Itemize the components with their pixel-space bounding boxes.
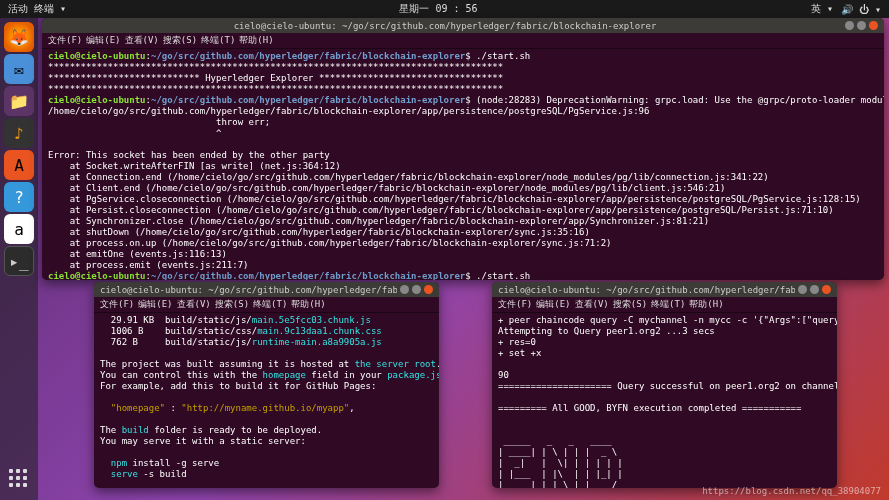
system-top-bar: 活动 终端 ▾ 星期一 09 : 56 英 ▾ 🔊 ⏻ ▾	[0, 0, 889, 18]
terminal-output[interactable]: cielo@cielo-ubuntu:~/go/src/github.com/h…	[42, 49, 884, 280]
minimize-button[interactable]	[845, 21, 854, 30]
menu-file[interactable]: 文件(F)	[100, 298, 134, 311]
app-menu-terminal[interactable]: 终端 ▾	[34, 2, 66, 16]
input-lang[interactable]: 英 ▾	[811, 2, 833, 16]
show-applications-button[interactable]	[4, 464, 34, 494]
menu-file[interactable]: 文件(F)	[498, 298, 532, 311]
menu-view[interactable]: 查看(V)	[575, 298, 609, 311]
maximize-button[interactable]	[412, 285, 421, 294]
menu-search[interactable]: 搜索(S)	[613, 298, 647, 311]
titlebar[interactable]: cielo@cielo-ubuntu: ~/go/src/github.com/…	[492, 282, 837, 297]
terminal-icon[interactable]: ▸_	[4, 246, 34, 276]
system-status-icons[interactable]: 🔊 ⏻ ▾	[841, 4, 881, 15]
terminal-window-client: cielo@cielo-ubuntu: ~/go/src/github.com/…	[94, 282, 439, 488]
minimize-button[interactable]	[400, 285, 409, 294]
files-icon[interactable]: 📁	[4, 86, 34, 116]
watermark: https://blog.csdn.net/qq_38904077	[702, 486, 881, 496]
menu-terminal[interactable]: 终端(T)	[253, 298, 287, 311]
maximize-button[interactable]	[810, 285, 819, 294]
window-title: cielo@cielo-ubuntu: ~/go/src/github.com/…	[48, 21, 842, 31]
close-button[interactable]	[424, 285, 433, 294]
menu-view[interactable]: 查看(V)	[177, 298, 211, 311]
titlebar[interactable]: cielo@cielo-ubuntu: ~/go/src/github.com/…	[94, 282, 439, 297]
terminal-output[interactable]: 29.91 KB build/static/js/main.5e5fcc03.c…	[94, 313, 439, 488]
ubuntu-software-icon[interactable]: A	[4, 150, 34, 180]
terminal-output[interactable]: + peer chaincode query -C mychannel -n m…	[492, 313, 837, 488]
menu-edit[interactable]: 编辑(E)	[86, 34, 120, 47]
menu-edit[interactable]: 编辑(E)	[138, 298, 172, 311]
menu-help[interactable]: 帮助(H)	[689, 298, 723, 311]
minimize-button[interactable]	[798, 285, 807, 294]
menu-edit[interactable]: 编辑(E)	[536, 298, 570, 311]
maximize-button[interactable]	[857, 21, 866, 30]
menu-help[interactable]: 帮助(H)	[291, 298, 325, 311]
dock: 🦊 ✉ 📁 ♪ A ? a ▸_	[0, 18, 38, 500]
menu-file[interactable]: 文件(F)	[48, 34, 82, 47]
clock[interactable]: 星期一 09 : 56	[66, 2, 811, 16]
window-title: cielo@cielo-ubuntu: ~/go/src/github.com/…	[100, 285, 397, 295]
thunderbird-icon[interactable]: ✉	[4, 54, 34, 84]
menu-terminal[interactable]: 终端(T)	[651, 298, 685, 311]
menubar: 文件(F) 编辑(E) 查看(V) 搜索(S) 终端(T) 帮助(H)	[492, 297, 837, 313]
firefox-icon[interactable]: 🦊	[4, 22, 34, 52]
terminal-window-network: cielo@cielo-ubuntu: ~/go/src/github.com/…	[492, 282, 837, 488]
menu-help[interactable]: 帮助(H)	[239, 34, 273, 47]
titlebar[interactable]: cielo@cielo-ubuntu: ~/go/src/github.com/…	[42, 18, 884, 33]
menu-search[interactable]: 搜索(S)	[215, 298, 249, 311]
activities-button[interactable]: 活动	[8, 2, 28, 16]
menu-view[interactable]: 查看(V)	[125, 34, 159, 47]
menu-terminal[interactable]: 终端(T)	[201, 34, 235, 47]
amazon-icon[interactable]: a	[4, 214, 34, 244]
close-button[interactable]	[822, 285, 831, 294]
close-button[interactable]	[869, 21, 878, 30]
rhythmbox-icon[interactable]: ♪	[4, 118, 34, 148]
window-title: cielo@cielo-ubuntu: ~/go/src/github.com/…	[498, 285, 795, 295]
menu-search[interactable]: 搜索(S)	[163, 34, 197, 47]
menubar: 文件(F) 编辑(E) 查看(V) 搜索(S) 终端(T) 帮助(H)	[42, 33, 884, 49]
terminal-window-main: cielo@cielo-ubuntu: ~/go/src/github.com/…	[42, 18, 884, 280]
menubar: 文件(F) 编辑(E) 查看(V) 搜索(S) 终端(T) 帮助(H)	[94, 297, 439, 313]
help-icon[interactable]: ?	[4, 182, 34, 212]
